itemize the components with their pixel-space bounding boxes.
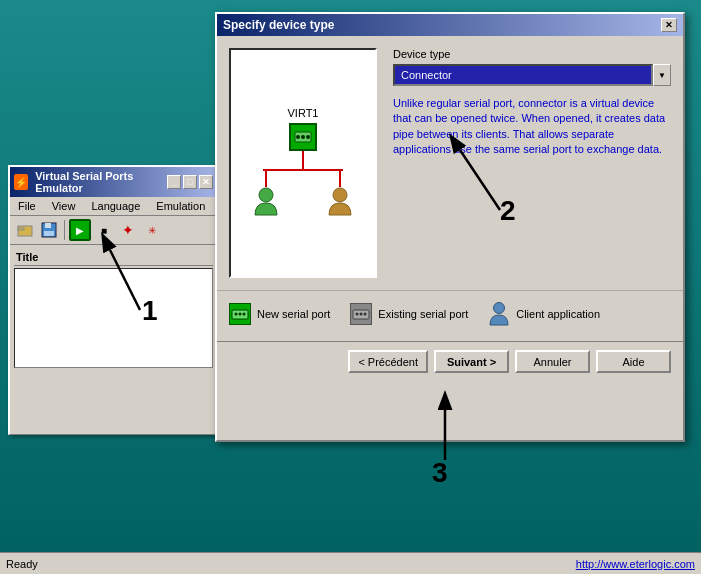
dialog-buttons: < Précédent Suivant > Annuler Aide — [217, 341, 683, 381]
dialog-window: Specify device type ✕ VIRT1 — [215, 12, 685, 442]
svg-point-18 — [364, 313, 367, 316]
tree-line-h — [263, 169, 343, 171]
dialog-titlebar: Specify device type ✕ — [217, 14, 683, 36]
tree-branches — [253, 171, 353, 219]
svg-rect-1 — [18, 228, 24, 230]
client-application-option[interactable]: Client application — [488, 301, 600, 327]
toolbar-stop-button[interactable]: ■ — [93, 219, 115, 241]
svg-point-6 — [296, 135, 300, 139]
svg-point-10 — [333, 188, 347, 202]
svg-point-17 — [360, 313, 363, 316]
device-type-dropdown[interactable]: Connector — [393, 64, 653, 86]
dialog-close-button[interactable]: ✕ — [661, 18, 677, 32]
close-button[interactable]: ✕ — [199, 175, 213, 189]
toolbar-play-button[interactable]: ▶ — [69, 219, 91, 241]
app-title: Virtual Serial Ports Emulator — [35, 170, 167, 194]
tree-panel: VIRT1 — [229, 48, 377, 278]
svg-point-13 — [239, 313, 242, 316]
svg-rect-3 — [45, 223, 51, 228]
menu-file[interactable]: File — [14, 199, 40, 213]
svg-point-8 — [306, 135, 310, 139]
new-serial-port-label: New serial port — [257, 308, 330, 320]
toolbar-star-button[interactable]: ✳ — [141, 219, 163, 241]
prev-button[interactable]: < Précédent — [348, 350, 428, 373]
svg-point-9 — [259, 188, 273, 202]
content-title-header: Title — [14, 249, 213, 266]
tree-branch-left — [253, 171, 279, 219]
client-application-icon — [488, 301, 510, 327]
menu-view[interactable]: View — [48, 199, 80, 213]
app-content: Title — [10, 245, 217, 372]
client-application-label: Client application — [516, 308, 600, 320]
status-link[interactable]: http://www.eterlogic.com — [576, 558, 695, 570]
svg-point-14 — [243, 313, 246, 316]
port-options-row: New serial port Existing serial port — [217, 290, 683, 337]
status-text: Ready — [6, 558, 38, 570]
app-icon: ⚡ — [14, 174, 28, 190]
app-titlebar-buttons: _ □ ✕ — [167, 175, 213, 189]
app-toolbar: ▶ ■ ✦ ✳ — [10, 216, 217, 245]
menu-language[interactable]: Language — [87, 199, 144, 213]
svg-point-12 — [235, 313, 238, 316]
tree-person-left — [253, 187, 279, 219]
device-type-value: Connector — [401, 69, 452, 81]
toolbar-separator — [64, 220, 65, 240]
existing-serial-port-label: Existing serial port — [378, 308, 468, 320]
minimize-button[interactable]: _ — [167, 175, 181, 189]
svg-rect-4 — [44, 231, 54, 236]
existing-serial-port-option[interactable]: Existing serial port — [350, 303, 468, 325]
new-serial-port-option[interactable]: New serial port — [229, 303, 330, 325]
tree-line-v-right — [339, 171, 341, 187]
svg-text:3: 3 — [432, 457, 448, 488]
app-titlebar: ⚡ Virtual Serial Ports Emulator _ □ ✕ — [10, 167, 217, 197]
help-button[interactable]: Aide — [596, 350, 671, 373]
toolbar-save-button[interactable] — [38, 219, 60, 241]
tree-root-node — [289, 123, 317, 151]
device-description: Unlike regular serial port, connector is… — [393, 96, 671, 158]
tree-diagram: VIRT1 — [243, 97, 363, 229]
tree-line-v1 — [302, 151, 304, 169]
app-menubar: File View Language Emulation — [10, 197, 217, 216]
tree-root-label: VIRT1 — [288, 107, 319, 119]
dialog-body: VIRT1 — [217, 36, 683, 290]
next-button[interactable]: Suivant > — [434, 350, 509, 373]
toolbar-open-button[interactable] — [14, 219, 36, 241]
tree-branch-right — [327, 171, 353, 219]
existing-serial-port-icon — [350, 303, 372, 325]
cancel-button[interactable]: Annuler — [515, 350, 590, 373]
app-window: ⚡ Virtual Serial Ports Emulator _ □ ✕ Fi… — [8, 165, 218, 435]
new-serial-port-icon — [229, 303, 251, 325]
maximize-button[interactable]: □ — [183, 175, 197, 189]
desktop: ⚡ Virtual Serial Ports Emulator _ □ ✕ Fi… — [0, 0, 701, 574]
dropdown-arrow-button[interactable]: ▼ — [653, 64, 671, 86]
svg-point-7 — [301, 135, 305, 139]
toolbar-spark-button[interactable]: ✦ — [117, 219, 139, 241]
status-bar: Ready http://www.eterlogic.com — [0, 552, 701, 574]
svg-point-16 — [356, 313, 359, 316]
tree-line-v-left — [265, 171, 267, 187]
svg-point-19 — [494, 303, 505, 314]
dropdown-container: Connector ▼ — [393, 64, 671, 86]
right-panel: Device type Connector ▼ Unlike regular s… — [393, 48, 671, 278]
device-type-label: Device type — [393, 48, 671, 60]
dialog-title: Specify device type — [223, 18, 334, 32]
tree-person-right — [327, 187, 353, 219]
app-list-area[interactable] — [14, 268, 213, 368]
menu-emulation[interactable]: Emulation — [152, 199, 209, 213]
